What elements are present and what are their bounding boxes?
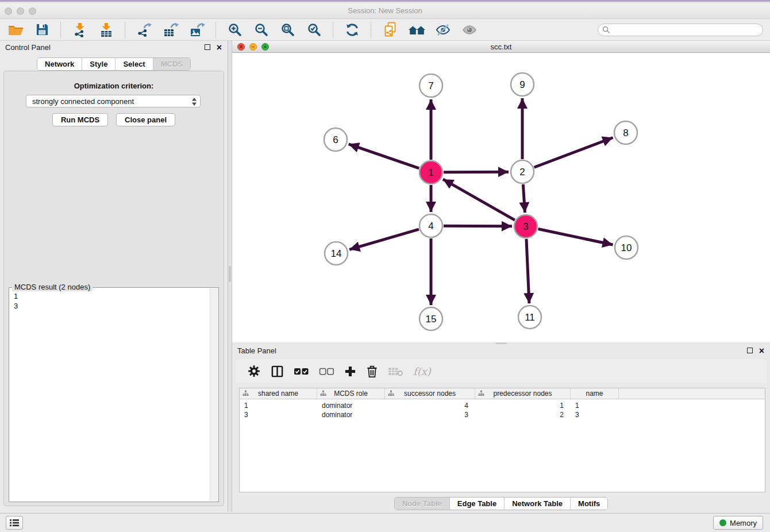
show-all-button[interactable] [459,21,480,39]
svg-text:9: 9 [519,79,525,90]
zoom-fit-button[interactable] [277,21,299,39]
table-settings-button[interactable] [247,363,261,379]
cell-mcds-role[interactable]: dominator [317,401,385,410]
graph-node-1[interactable]: 1 [419,161,442,184]
column-header-successor-nodes[interactable]: successor nodes [385,388,475,399]
plus-icon [344,365,356,377]
cell-shared-name[interactable]: 1 [240,401,317,410]
close-panel-icon[interactable]: × [217,41,222,55]
graph-edge-1-6[interactable] [349,144,419,168]
cell-mcds-role[interactable]: dominator [317,410,385,419]
svg-text:14: 14 [331,248,342,259]
graph-edge-1-2[interactable] [444,172,509,172]
create-column-button[interactable] [344,363,356,379]
mcds-result-lines: 13 [9,289,209,500]
graph-node-8[interactable]: 8 [614,121,637,144]
list-icon [9,519,20,527]
column-header-predecessor-nodes[interactable]: predecessor nodes [475,388,571,399]
network-document-button[interactable] [379,21,401,39]
graph-edge-3-11[interactable] [526,239,529,303]
network-canvas[interactable]: 7968124314101511 [232,53,770,342]
graph-edge-2-3[interactable] [523,184,525,213]
graph-node-4[interactable]: 4 [419,214,442,237]
cell-predecessor-nodes[interactable]: 2 [475,410,571,419]
table-header-row: shared nameMCDS rolesuccessor nodesprede… [240,388,765,399]
column-label: successor nodes [404,390,456,398]
graph-node-9[interactable]: 9 [511,73,534,96]
cell-successor-nodes[interactable]: 4 [385,401,475,410]
open-session-button[interactable] [5,21,26,39]
column-label: shared name [258,390,298,398]
graph-edge-4-14[interactable] [349,229,419,249]
zoom-out-icon [254,22,269,37]
table-row[interactable]: 3dominator323 [240,410,765,419]
zoom-in-button[interactable] [224,21,246,39]
graph-node-7[interactable]: 7 [419,74,442,97]
graph-edge-2-8[interactable] [534,137,613,167]
open-folder-icon [8,23,24,36]
cell-predecessor-nodes[interactable]: 1 [475,401,571,410]
import-table-button[interactable] [95,21,117,39]
splitter-grip[interactable] [229,266,231,282]
tab-style[interactable]: Style [82,58,115,70]
delete-column-button[interactable] [366,363,378,379]
table-tab-network-table[interactable]: Network Table [504,498,570,510]
import-network-button[interactable] [69,21,91,39]
graph-node-15[interactable]: 15 [419,307,442,330]
deselect-all-button[interactable] [319,363,334,379]
column-header-shared-name[interactable]: shared name [240,388,317,399]
graph-node-11[interactable]: 11 [518,306,541,329]
select-all-button[interactable] [294,363,309,379]
close-panel-icon[interactable]: × [759,344,764,358]
float-panel-icon[interactable] [747,348,753,353]
refresh-button[interactable] [341,21,363,39]
checked-boxes-icon [294,367,309,376]
close-panel-button[interactable]: Close panel [116,113,175,126]
graph-edge-3-1[interactable] [443,179,515,220]
tab-network[interactable]: Network [37,58,82,70]
hierarchy-icon [478,390,484,396]
graph-node-14[interactable]: 14 [325,242,348,265]
graph-node-3[interactable]: 3 [514,215,537,238]
memory-button[interactable]: Memory [713,516,763,530]
table-row[interactable]: 1dominator411 [240,401,765,410]
column-header-name[interactable]: name [571,388,619,399]
graph-node-10[interactable]: 10 [615,236,638,259]
cell-name[interactable]: 3 [571,410,619,419]
float-panel-icon[interactable] [205,44,210,50]
cell-shared-name[interactable]: 3 [240,410,317,419]
home-view-button[interactable] [406,21,428,39]
table-tab-edge-table[interactable]: Edge Table [449,498,504,510]
graph-node-6[interactable]: 6 [324,128,347,151]
table-tab-node-table[interactable]: Node Table [395,498,449,510]
svg-text:10: 10 [621,242,632,253]
tab-select[interactable]: Select [115,58,152,70]
cell-name[interactable]: 1 [571,401,619,410]
zoom-selected-button[interactable] [303,21,325,39]
graph-edge-4-3[interactable] [444,226,512,226]
status-bar: Memory [0,513,770,532]
eye-icon [461,23,478,37]
hide-selected-button[interactable] [432,21,454,39]
criterion-select[interactable]: strongly connected component [26,95,201,107]
export-network-button[interactable] [133,21,155,39]
graph-edge-3-10[interactable] [538,229,613,245]
zoom-out-button[interactable] [251,21,272,39]
show-column-button[interactable] [271,363,284,379]
cell-successor-nodes[interactable]: 3 [385,410,475,419]
result-scrollbar[interactable] [210,288,218,501]
save-session-button[interactable] [31,21,53,39]
table-tab-motifs[interactable]: Motifs [570,498,607,510]
column-header-mcds-role[interactable]: MCDS role [317,388,385,399]
export-table-button[interactable] [160,21,182,39]
export-image-button[interactable] [186,21,208,39]
run-mcds-button[interactable]: Run MCDS [52,113,108,126]
function-builder-button-disabled: f(x) [413,363,431,379]
column-label: predecessor nodes [493,390,552,398]
vertical-splitter[interactable] [228,41,232,512]
search-input[interactable] [598,24,763,36]
zoom-in-icon [228,22,242,37]
graph-node-2[interactable]: 2 [511,160,534,183]
tab-mcds[interactable]: MCDS [153,58,190,70]
task-history-button[interactable] [6,516,23,530]
